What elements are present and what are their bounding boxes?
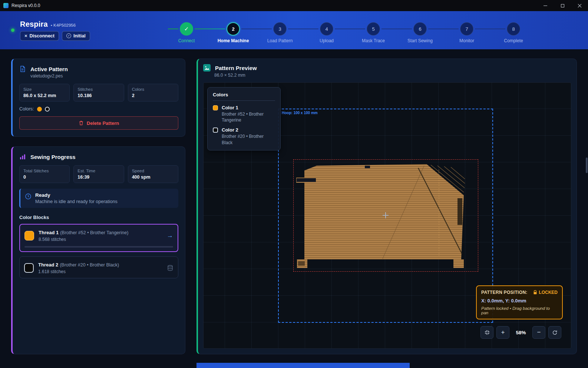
close-button[interactable] xyxy=(571,0,588,11)
step-number: 5 xyxy=(367,22,380,36)
zoom-controls: + 58% − xyxy=(480,326,561,339)
pattern-lock-hint: Pattern locked • Drag background to pan xyxy=(481,306,558,315)
zoom-out-button[interactable]: − xyxy=(532,326,545,339)
initial-label: Initial xyxy=(73,33,86,39)
scrollbar-thumb[interactable] xyxy=(586,158,588,173)
stitch-pattern-render[interactable] xyxy=(295,161,466,269)
step-number: 2 xyxy=(227,22,240,36)
layers-icon xyxy=(167,265,174,271)
app-brand: Respira xyxy=(20,20,48,29)
window-title: Respira v0.0.0 xyxy=(11,3,40,8)
plus-icon: + xyxy=(501,329,505,336)
color-blocks-label: Color Blocks xyxy=(19,215,178,220)
close-icon: × xyxy=(24,33,27,38)
step-number: 8 xyxy=(507,22,520,36)
app-icon xyxy=(3,3,9,8)
legend-entry-color1: Color 1 Brother #52 • Brother Tangerine xyxy=(213,105,275,123)
bar-chart-icon xyxy=(19,153,26,160)
step-complete[interactable]: 8 Complete xyxy=(490,22,537,43)
step-number: 4 xyxy=(320,22,333,36)
step-number: 3 xyxy=(273,22,287,36)
pattern-coordinates: X: 0.0mm, Y: 0.0mm xyxy=(481,298,558,304)
check-circle-icon: ✓ xyxy=(66,33,71,38)
thread1-progress-track xyxy=(24,246,173,248)
minimize-icon xyxy=(544,6,547,6)
maximize-icon xyxy=(561,4,564,7)
delete-pattern-button[interactable]: Delete Pattern xyxy=(19,116,178,130)
reset-view-button[interactable] xyxy=(548,326,561,339)
titlebar: Respira v0.0.0 xyxy=(0,0,588,11)
fit-view-button[interactable] xyxy=(480,326,493,339)
maximize-button[interactable] xyxy=(554,0,571,11)
step-connect[interactable]: ✓ Connect xyxy=(163,22,210,43)
stat-size: Size 86.0 x 52.2 mm xyxy=(19,84,70,102)
color1-dot xyxy=(37,107,42,112)
arrow-right-icon: → xyxy=(167,232,173,239)
stat-speed: Speed 400 spm xyxy=(128,165,178,183)
step-complete-check-icon: ✓ xyxy=(180,22,193,36)
thread-block-1[interactable]: Thread 1(Brother #52 • Brother Tangerine… xyxy=(19,224,178,252)
trash-icon xyxy=(79,120,84,126)
zoom-level: 58% xyxy=(512,330,529,335)
legend-entry-color2: Color 2 Brother #20 • Brother Black xyxy=(213,127,275,145)
stat-colors: Colors 2 xyxy=(128,84,178,102)
machine-status-box: Ready Machine is idle and ready for oper… xyxy=(19,189,178,208)
active-pattern-title: Active Pattern xyxy=(30,66,68,72)
pattern-filename: valetudogv2.pes xyxy=(30,73,178,79)
sewing-progress-panel: Sewing Progress Total Stitches 0 Est. Ti… xyxy=(11,146,185,354)
colors-legend: Colors Color 1 Brother #52 • Brother Tan… xyxy=(207,87,281,150)
zoom-in-button[interactable]: + xyxy=(496,326,509,339)
step-monitor[interactable]: 7 Monitor xyxy=(443,22,490,43)
preview-canvas[interactable]: Colors Color 1 Brother #52 • Brother Tan… xyxy=(203,82,571,349)
step-home-machine[interactable]: 2 Home Machine xyxy=(210,22,257,43)
machine-serial: • K4P502956 xyxy=(51,23,76,27)
initial-button[interactable]: ✓ Initial xyxy=(62,31,90,41)
center-crosshair-icon xyxy=(383,212,389,218)
sewing-progress-title: Sewing Progress xyxy=(30,154,76,160)
disconnect-label: Disconnect xyxy=(30,33,54,39)
close-icon xyxy=(578,4,582,8)
preview-title: Pattern Preview xyxy=(215,65,257,71)
thread1-color-swatch xyxy=(24,231,34,241)
minimize-button[interactable] xyxy=(537,0,554,11)
image-icon xyxy=(203,64,211,72)
app-window: Respira v0.0.0 Respira • K4P502956 × Dis… xyxy=(0,0,588,368)
pattern-preview-panel: Pattern Preview 86.0 × 52.2 mm Colors Co… xyxy=(196,59,577,354)
thread-block-2[interactable]: Thread 2(Brother #20 • Brother Black) 1.… xyxy=(19,256,178,278)
locked-badge: LOCKED xyxy=(533,290,558,295)
file-icon xyxy=(19,66,26,72)
stat-stitches: Stitches 10.186 xyxy=(73,84,124,102)
color2-dot xyxy=(45,107,50,112)
clock-icon xyxy=(25,193,32,200)
stat-est-time: Est. Time 16:39 xyxy=(73,165,124,183)
active-pattern-panel: Active Pattern valetudogv2.pes Size 86.0… xyxy=(11,59,185,137)
app-header: Respira • K4P502956 × Disconnect ✓ Initi… xyxy=(0,11,588,49)
refresh-icon xyxy=(552,330,558,335)
status-description: Machine is idle and ready for operations xyxy=(35,199,118,204)
step-upload[interactable]: 4 Upload xyxy=(303,22,350,43)
pattern-position-box: PATTERN POSITION: LOCKED X: 0.0mm, Y: 0.… xyxy=(476,285,563,319)
legend-title: Colors xyxy=(213,92,275,101)
connection-status-dot xyxy=(11,29,14,32)
stat-total-stitches: Total Stitches 0 xyxy=(19,165,70,183)
minus-icon: − xyxy=(537,329,541,336)
step-load-pattern[interactable]: 3 Load Pattern xyxy=(257,22,303,43)
bottom-accent-bar xyxy=(196,363,410,368)
step-start-sewing[interactable]: 6 Start Sewing xyxy=(397,22,443,43)
preview-dimensions: 86.0 × 52.2 mm xyxy=(214,73,571,78)
lock-icon xyxy=(533,290,537,295)
fit-screen-icon xyxy=(484,329,490,335)
color1-swatch xyxy=(213,105,218,110)
step-number: 6 xyxy=(413,22,427,36)
thread2-color-swatch xyxy=(24,263,34,273)
step-mask-trace[interactable]: 5 Mask Trace xyxy=(350,22,397,43)
status-title: Ready xyxy=(35,192,118,198)
workflow-stepper: ✓ Connect 2 Home Machine 3 Load Pattern … xyxy=(163,22,537,43)
hoop-label: Hoop: 100 x 100 mm xyxy=(282,111,318,115)
pattern-position-label: PATTERN POSITION: xyxy=(481,290,528,295)
colors-label: Colors: xyxy=(19,106,34,112)
color2-swatch xyxy=(213,127,218,133)
step-number: 7 xyxy=(460,22,473,36)
disconnect-button[interactable]: × Disconnect xyxy=(20,31,59,41)
